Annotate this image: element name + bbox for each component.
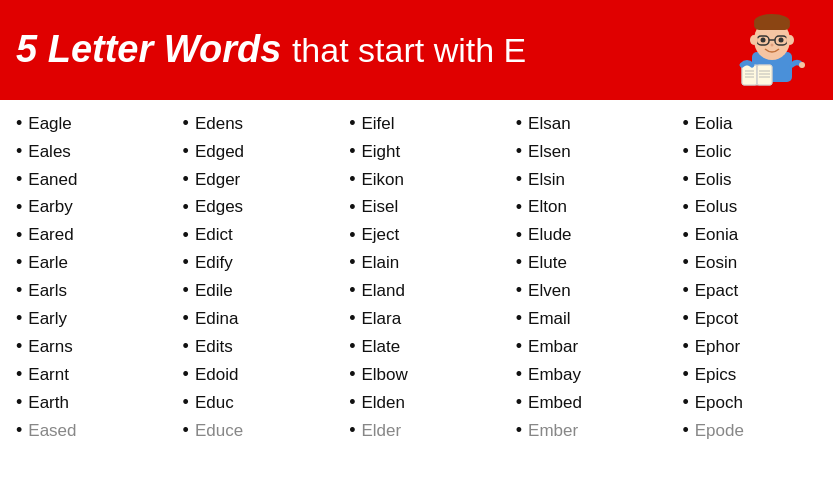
svg-point-11 [786,35,794,45]
word-text: Email [528,306,571,332]
list-item: Eased [16,417,159,445]
word-text: Eifel [362,111,395,137]
word-text: Eolus [695,194,738,220]
list-item: Earnt [16,361,159,389]
word-text: Edges [195,194,243,220]
word-text: Eolia [695,111,733,137]
word-text: Eared [28,222,73,248]
word-text: Eased [28,418,76,444]
list-item: Elate [349,333,492,361]
word-text: Ember [528,418,578,444]
word-text: Epode [695,418,744,444]
word-text: Edile [195,278,233,304]
word-text: Elbow [362,362,408,388]
list-item: Epact [682,277,825,305]
list-item: Eikon [349,166,492,194]
list-item: Elbow [349,361,492,389]
list-item: Eaned [16,166,159,194]
list-item: Elsan [516,110,659,138]
list-item: Edens [183,110,326,138]
list-item: Epics [682,361,825,389]
word-text: Elara [362,306,402,332]
list-item: Eight [349,138,492,166]
svg-point-9 [771,44,774,47]
list-item: Edify [183,249,326,277]
list-item: Epcot [682,305,825,333]
word-text: Embay [528,362,581,388]
list-item: Embar [516,333,659,361]
list-item: Eolis [682,166,825,194]
word-text: Edens [195,111,243,137]
list-item: Earls [16,277,159,305]
list-item: Elden [349,389,492,417]
list-item: Earth [16,389,159,417]
word-text: Early [28,306,67,332]
word-text: Earle [28,250,68,276]
word-text: Eikon [362,167,405,193]
column-4: ElsanElsenElsinEltonEludeEluteElvenEmail… [500,110,667,500]
svg-rect-14 [757,65,772,85]
word-text: Eonia [695,222,738,248]
list-item: Elven [516,277,659,305]
word-text: Elven [528,278,571,304]
list-item: Eared [16,222,159,250]
word-text: Edged [195,139,244,165]
list-item: Early [16,305,159,333]
word-text: Elain [362,250,400,276]
list-item: Edger [183,166,326,194]
list-item: Eifel [349,110,492,138]
list-item: Eolia [682,110,825,138]
word-text: Eaned [28,167,77,193]
list-item: Elsin [516,166,659,194]
list-item: Elton [516,194,659,222]
column-2: EdensEdgedEdgerEdgesEdictEdifyEdileEdina… [167,110,334,500]
content: EagleEalesEanedEarbyEaredEarleEarlsEarly… [0,100,833,500]
word-text: Eland [362,278,405,304]
word-text: Epcot [695,306,738,332]
word-text: Epact [695,278,738,304]
word-text: Ephor [695,334,740,360]
list-item: Eales [16,138,159,166]
list-item: Educ [183,389,326,417]
word-text: Elsin [528,167,565,193]
word-text: Earnt [28,362,69,388]
word-text: Eisel [362,194,399,220]
header-title: 5 Letter Words that start with E [16,29,526,71]
word-text: Elsen [528,139,571,165]
word-text: Epoch [695,390,743,416]
word-text: Embed [528,390,582,416]
column-1: EagleEalesEanedEarbyEaredEarleEarlsEarly… [0,110,167,500]
list-item: Ephor [682,333,825,361]
list-item: Earby [16,194,159,222]
word-text: Elden [362,390,405,416]
word-text: Elder [362,418,402,444]
svg-point-8 [779,38,784,43]
word-text: Educ [195,390,234,416]
mascot-icon [727,10,817,90]
title-normal: that start with E [292,31,526,69]
list-item: Eject [349,222,492,250]
svg-point-22 [799,62,805,68]
word-text: Edina [195,306,238,332]
column-3: EifelEightEikonEiselEjectElainElandElara… [333,110,500,500]
list-item: Edile [183,277,326,305]
list-item: Epoch [682,389,825,417]
word-text: Edger [195,167,240,193]
list-item: Elude [516,222,659,250]
title-bold: 5 Letter Words [16,28,281,70]
word-text: Eolis [695,167,732,193]
list-item: Elara [349,305,492,333]
word-text: Eagle [28,111,71,137]
word-text: Edits [195,334,233,360]
header: 5 Letter Words that start with E [0,0,833,100]
list-item: Earns [16,333,159,361]
list-item: Eosin [682,249,825,277]
word-text: Earth [28,390,69,416]
word-text: Eject [362,222,400,248]
list-item: Eisel [349,194,492,222]
word-text: Eight [362,139,401,165]
word-text: Elute [528,250,567,276]
svg-point-7 [761,38,766,43]
list-item: Eonia [682,222,825,250]
word-text: Epics [695,362,737,388]
